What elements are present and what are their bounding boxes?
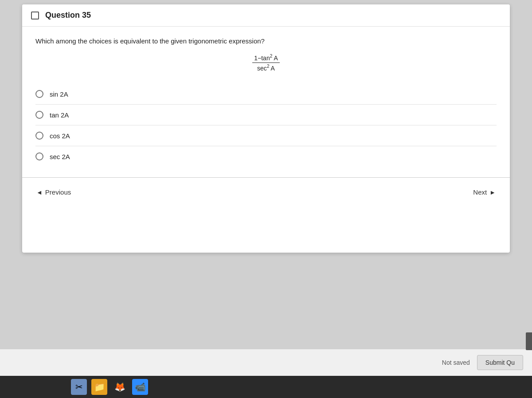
expression-wrapper: 1−tan2 A sec2 A: [35, 54, 497, 71]
choice-sec2a[interactable]: sec 2A: [35, 146, 497, 167]
radio-sin2a[interactable]: [35, 90, 43, 98]
previous-label: Previous: [45, 188, 71, 196]
quiz-container: Question 35 Which among the choices is e…: [22, 4, 510, 253]
fraction-numerator: 1−tan2 A: [252, 54, 279, 63]
question-text: Which among the choices is equivalent to…: [35, 37, 497, 45]
submit-button[interactable]: Submit Qu: [477, 355, 523, 370]
bookmark-checkbox[interactable]: [31, 12, 39, 20]
next-label: Next: [473, 188, 487, 196]
file-manager-icon[interactable]: 📁: [91, 379, 107, 395]
fraction-denominator: sec2 A: [255, 63, 277, 72]
radio-cos2a[interactable]: [35, 132, 43, 140]
next-button[interactable]: Next ►: [468, 185, 501, 199]
nav-area: ◄ Previous Next ►: [22, 178, 510, 207]
save-status: Not saved: [442, 359, 470, 366]
question-title: Question 35: [45, 11, 91, 20]
choice-sin2a[interactable]: sin 2A: [35, 84, 497, 105]
zoom-icon[interactable]: 📹: [132, 379, 148, 395]
math-expression: 1−tan2 A sec2 A: [252, 54, 279, 71]
question-body: Which among the choices is equivalent to…: [22, 27, 510, 178]
radio-sec2a[interactable]: [35, 152, 43, 160]
snipping-tool-icon[interactable]: ✂: [71, 379, 87, 395]
main-area: Question 35 Which among the choices is e…: [0, 0, 532, 349]
previous-button[interactable]: ◄ Previous: [31, 185, 76, 199]
choice-tan2a[interactable]: tan 2A: [35, 105, 497, 125]
bottom-status-bar: Not saved Submit Qu: [0, 349, 532, 376]
choice-cos2a[interactable]: cos 2A: [35, 125, 497, 146]
choice-tan2a-label: tan 2A: [50, 111, 69, 119]
choice-cos2a-label: cos 2A: [50, 132, 70, 140]
radio-tan2a[interactable]: [35, 111, 43, 119]
choice-sin2a-label: sin 2A: [50, 90, 68, 98]
choices-list: sin 2A tan 2A cos 2A sec 2A: [35, 84, 497, 167]
firefox-icon[interactable]: 🦊: [112, 379, 128, 395]
choice-sec2a-label: sec 2A: [50, 153, 70, 160]
right-edge-indicator: [526, 332, 532, 350]
previous-arrow-icon: ◄: [36, 189, 43, 196]
question-header: Question 35: [22, 4, 510, 27]
next-arrow-icon: ►: [489, 189, 496, 196]
taskbar: ✂ 📁 🦊 📹: [0, 376, 532, 398]
